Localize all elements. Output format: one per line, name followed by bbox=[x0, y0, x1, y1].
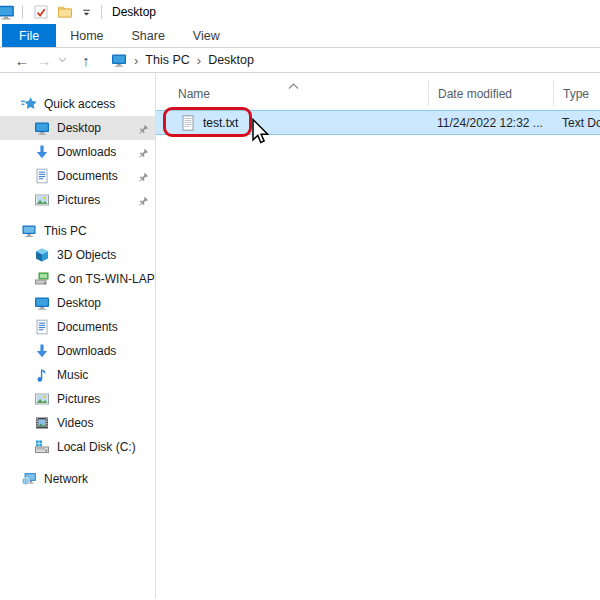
navigation-pane: Quick access Desktop Downloads Doc bbox=[0, 73, 156, 598]
sort-ascending-icon bbox=[288, 76, 299, 94]
breadcrumb: › This PC › Desktop bbox=[111, 52, 254, 68]
window-desktop-icon bbox=[0, 3, 16, 21]
breadcrumb-chevron: › bbox=[134, 53, 138, 68]
sidebar-item-label: Desktop bbox=[57, 121, 101, 135]
desktop-icon bbox=[34, 120, 50, 136]
network-drive-icon bbox=[34, 271, 50, 287]
desktop-icon bbox=[34, 295, 50, 311]
sidebar-item-label: Local Disk (C:) bbox=[57, 440, 136, 454]
back-button[interactable]: ← bbox=[11, 53, 33, 68]
disk-icon bbox=[34, 439, 50, 455]
sidebar-item-label: C on TS-WIN-LAP-1 bbox=[57, 272, 156, 286]
properties-check-icon[interactable] bbox=[31, 2, 51, 22]
desktop-icon bbox=[111, 52, 127, 68]
sidebar-item-documents-pc[interactable]: Documents bbox=[0, 315, 155, 339]
file-row-test-txt[interactable]: test.txt 11/24/2022 12:32 ... Text Doc bbox=[156, 110, 600, 135]
column-header-label: Date modified bbox=[438, 87, 512, 101]
music-icon bbox=[34, 367, 50, 383]
sidebar-item-quick-access[interactable]: Quick access bbox=[0, 92, 155, 116]
ribbon-tab-bar: File Home Share View bbox=[0, 24, 600, 48]
new-folder-icon[interactable] bbox=[55, 2, 75, 22]
sidebar-item-c-on-ts-win-lap[interactable]: C on TS-WIN-LAP-1 bbox=[0, 267, 155, 291]
column-header-type[interactable]: Type bbox=[553, 80, 600, 106]
file-name: test.txt bbox=[203, 116, 238, 130]
sidebar-item-documents[interactable]: Documents bbox=[0, 164, 155, 188]
sidebar-item-label: Videos bbox=[57, 416, 93, 430]
sidebar-item-label: Documents bbox=[57, 169, 118, 183]
sidebar-item-label: Desktop bbox=[57, 296, 101, 310]
tab-home[interactable]: Home bbox=[56, 24, 117, 47]
pin-icon bbox=[137, 194, 149, 206]
cube-icon bbox=[34, 247, 50, 263]
forward-button[interactable]: → bbox=[33, 53, 55, 68]
navigation-bar: ← → ↑ › This PC › Desktop bbox=[0, 48, 600, 73]
sidebar-item-label: This PC bbox=[44, 224, 87, 238]
sidebar-item-3d-objects[interactable]: 3D Objects bbox=[0, 243, 155, 267]
sidebar-item-label: Pictures bbox=[57, 193, 100, 207]
file-list-area: Name Date modified Type test.txt 11/24/2… bbox=[156, 73, 600, 598]
sidebar-item-label: 3D Objects bbox=[57, 248, 116, 262]
sidebar-item-label: Downloads bbox=[57, 344, 116, 358]
downloads-icon bbox=[34, 343, 50, 359]
tab-file[interactable]: File bbox=[2, 24, 56, 47]
pictures-icon bbox=[34, 192, 50, 208]
sidebar-item-downloads-pc[interactable]: Downloads bbox=[0, 339, 155, 363]
sidebar-item-music[interactable]: Music bbox=[0, 363, 155, 387]
sidebar-item-network[interactable]: Network bbox=[0, 467, 155, 491]
sidebar-item-pictures[interactable]: Pictures bbox=[0, 188, 155, 212]
breadcrumb-chevron: › bbox=[197, 53, 201, 68]
sidebar-item-label: Music bbox=[57, 368, 88, 382]
tab-share[interactable]: Share bbox=[118, 24, 179, 47]
pin-icon bbox=[137, 146, 149, 158]
divider bbox=[101, 5, 102, 19]
document-icon bbox=[34, 168, 50, 184]
videos-icon bbox=[34, 415, 50, 431]
sidebar-item-label: Documents bbox=[57, 320, 118, 334]
column-header-label: Type bbox=[563, 87, 589, 101]
sidebar-item-label: Downloads bbox=[57, 145, 116, 159]
main-area: Quick access Desktop Downloads Doc bbox=[0, 73, 600, 598]
sidebar-item-downloads[interactable]: Downloads bbox=[0, 140, 155, 164]
sidebar-item-desktop[interactable]: Desktop bbox=[0, 116, 155, 140]
document-icon bbox=[34, 319, 50, 335]
quick-access-star-icon bbox=[21, 96, 37, 112]
pictures-icon bbox=[34, 391, 50, 407]
file-date-modified: 11/24/2022 12:32 ... bbox=[428, 116, 553, 130]
sidebar-item-desktop-pc[interactable]: Desktop bbox=[0, 291, 155, 315]
sidebar-item-videos[interactable]: Videos bbox=[0, 411, 155, 435]
sidebar-item-local-disk-c[interactable]: Local Disk (C:) bbox=[0, 435, 155, 459]
downloads-icon bbox=[34, 144, 50, 160]
up-button[interactable]: ↑ bbox=[75, 53, 97, 68]
sidebar-item-this-pc[interactable]: This PC bbox=[0, 219, 155, 243]
column-headers: Name Date modified Type bbox=[156, 73, 600, 106]
customize-dropdown-icon[interactable] bbox=[79, 2, 93, 22]
pin-icon bbox=[137, 122, 149, 134]
tab-view[interactable]: View bbox=[179, 24, 234, 47]
network-icon bbox=[21, 471, 37, 487]
sidebar-item-label: Quick access bbox=[44, 97, 115, 111]
computer-icon bbox=[21, 223, 37, 239]
file-type: Text Doc bbox=[553, 116, 600, 130]
file-name-cell: test.txt bbox=[156, 115, 428, 131]
title-bar: Desktop bbox=[0, 0, 600, 24]
sidebar-item-pictures-pc[interactable]: Pictures bbox=[0, 387, 155, 411]
text-document-icon bbox=[180, 115, 196, 131]
recent-locations-dropdown-icon[interactable] bbox=[55, 57, 69, 63]
column-header-date-modified[interactable]: Date modified bbox=[428, 80, 553, 106]
sidebar-item-label: Pictures bbox=[57, 392, 100, 406]
breadcrumb-desktop[interactable]: Desktop bbox=[208, 53, 254, 67]
pin-icon bbox=[137, 170, 149, 182]
window-title: Desktop bbox=[112, 5, 156, 19]
divider bbox=[22, 5, 23, 19]
breadcrumb-this-pc[interactable]: This PC bbox=[145, 53, 189, 67]
sidebar-item-label: Network bbox=[44, 472, 88, 486]
